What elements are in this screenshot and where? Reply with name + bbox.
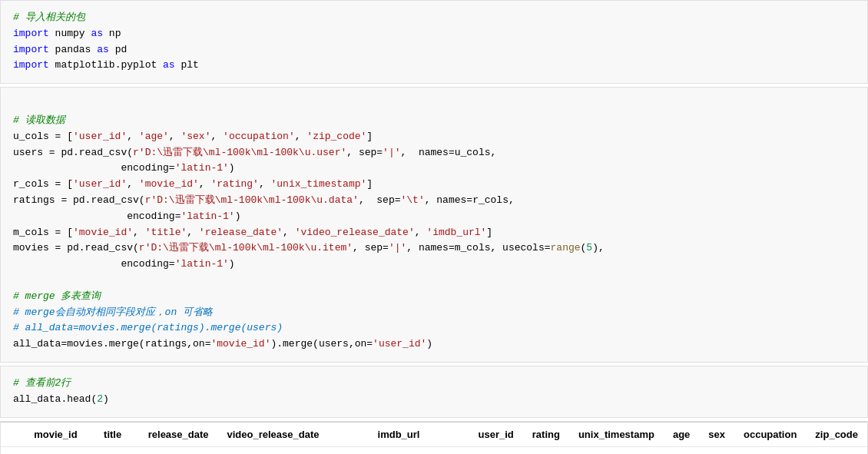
code-merge: all_data=movies.merge(ratings,on='movie_… [13, 338, 432, 350]
code-block-data: # 读取数据 u_cols = ['user_id', 'age', 'sex'… [0, 87, 868, 363]
cell-index-0: 0 [1, 446, 25, 454]
comment-head: # 查看前2行 [13, 377, 71, 389]
cell-movie-id-0: 1 [25, 446, 86, 454]
col-header-video-release-date: video_release_date [218, 422, 329, 446]
cell-rating-0: 4 [523, 446, 569, 454]
comment-import-header: # 导入相关的包 [13, 12, 85, 23]
code-users-encoding: encoding='latin-1') [13, 162, 235, 174]
comment-merge-note2: # all_data=movies.merge(ratings).merge(u… [13, 322, 283, 333]
comment-merge-note1: # merge会自动对相同字段对应，on 可省略 [13, 307, 213, 318]
output-table-section: movie_id title release_date video_releas… [0, 421, 868, 454]
comment-read-data: # 读取数据 [13, 114, 65, 126]
code-users-read: users = pd.read_csv(r'D:\迅雷下载\ml-100k\ml… [13, 147, 496, 158]
cell-release-date-0: 01-Jan-1995 [139, 446, 218, 454]
code-movies-encoding: encoding='latin-1') [13, 258, 235, 270]
col-header-user-id: user_id [469, 422, 523, 446]
code-ratings-read: ratings = pd.read_csv(r'D:\迅雷下载\ml-100k\… [13, 194, 515, 206]
col-header-sex: sex [699, 422, 734, 446]
code-mcols: m_cols = ['movie_id', 'title', 'release_… [13, 227, 492, 238]
code-block-imports: # 导入相关的包 import numpy as np import panda… [0, 0, 868, 84]
cell-imdb-url-0: http://us.imdb.com/M/title-exact?Toy%20S… [328, 446, 469, 454]
col-header-unix-timestamp: unix_timestamp [569, 422, 664, 446]
col-header-occupation: occupation [734, 422, 806, 446]
code-import-numpy: import numpy as np [13, 28, 121, 39]
code-import-pandas: import pandas as pd [13, 44, 127, 55]
col-header-movie-id: movie_id [25, 422, 86, 446]
col-header-zip-code: zip_code [806, 422, 867, 446]
cell-unix-timestamp-0: 887736532 [569, 446, 664, 454]
table-container: movie_id title release_date video_releas… [1, 422, 867, 454]
code-ratings-encoding: encoding='latin-1') [13, 210, 240, 222]
cell-user-id-0: 308 [469, 446, 523, 454]
table-header-row: movie_id title release_date video_releas… [1, 422, 867, 446]
cell-occupation-0: retired [734, 446, 806, 454]
comment-merge-header: # merge 多表查询 [13, 290, 101, 302]
col-header-title: title [87, 422, 139, 446]
code-ucols: u_cols = ['user_id', 'age', 'sex', 'occu… [13, 131, 373, 142]
code-rcols: r_cols = ['user_id', 'movie_id', 'rating… [13, 178, 373, 190]
cell-zip-code-0: 95076 [806, 446, 867, 454]
code-import-matplotlib: import matplotlib.pyplot as plt [13, 59, 199, 71]
code-head: all_data.head(2) [13, 393, 109, 405]
col-header-imdb-url: imdb_url [328, 422, 469, 446]
col-header-release-date: release_date [139, 422, 218, 446]
col-header-age: age [664, 422, 699, 446]
code-block-head: # 查看前2行 all_data.head(2) [0, 366, 868, 418]
cell-video-release-date-0: NaN [218, 446, 329, 454]
col-header-rating: rating [523, 422, 569, 446]
table-row: 0 1 Toy Story(1995) 01-Jan-1995 NaN http… [1, 446, 867, 454]
cell-title-0: Toy Story(1995) [87, 446, 139, 454]
data-table: movie_id title release_date video_releas… [1, 422, 867, 454]
cell-sex-0: M [699, 446, 734, 454]
cell-age-0: 60 [664, 446, 699, 454]
col-header-index [1, 422, 25, 446]
code-movies-read: movies = pd.read_csv(r'D:\迅雷下载\ml-100k\m… [13, 242, 605, 254]
